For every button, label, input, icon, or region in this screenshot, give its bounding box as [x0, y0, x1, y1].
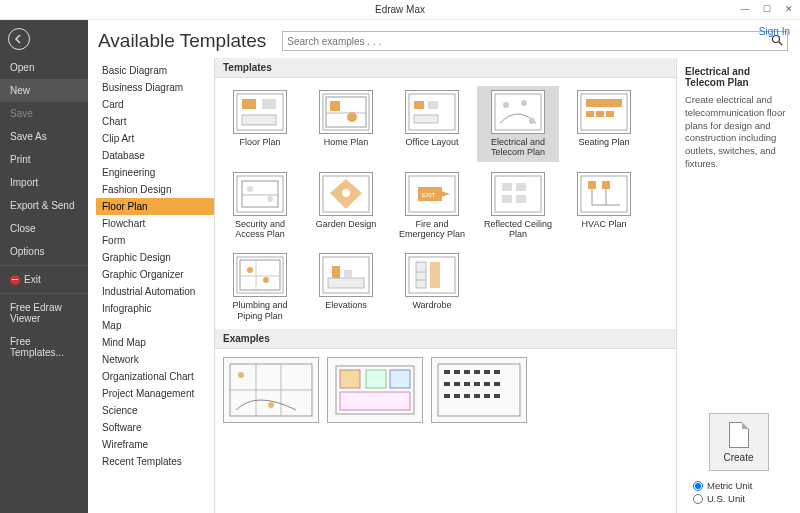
category-network[interactable]: Network [96, 351, 214, 368]
create-button[interactable]: Create [709, 413, 769, 471]
svg-rect-37 [516, 183, 526, 191]
category-form[interactable]: Form [96, 232, 214, 249]
svg-point-48 [247, 267, 253, 273]
window-controls: — ☐ ✕ [738, 2, 796, 16]
sign-in-link[interactable]: Sign In [759, 26, 790, 37]
template-plumbing-and-piping-plan[interactable]: Plumbing and Piping Plan [219, 249, 301, 325]
svg-rect-52 [332, 266, 340, 278]
category-project-management[interactable]: Project Management [96, 385, 214, 402]
nav-item-export-send[interactable]: Export & Send [0, 194, 88, 217]
category-map[interactable]: Map [96, 317, 214, 334]
svg-rect-65 [390, 370, 410, 388]
category-software[interactable]: Software [96, 419, 214, 436]
template-reflected-ceiling-plan[interactable]: Reflected Ceiling Plan [477, 168, 559, 244]
svg-rect-5 [242, 115, 276, 125]
category-chart[interactable]: Chart [96, 113, 214, 130]
example-thumb[interactable] [223, 357, 319, 423]
example-thumb[interactable] [327, 357, 423, 423]
unit-us-radio[interactable] [693, 494, 703, 504]
arrow-left-icon [13, 33, 25, 45]
template-thumb-icon [233, 90, 287, 134]
minimize-button[interactable]: — [738, 2, 752, 16]
back-button[interactable] [8, 28, 30, 50]
search-box[interactable] [282, 31, 788, 51]
nav-item-open[interactable]: Open [0, 56, 88, 79]
category-engineering[interactable]: Engineering [96, 164, 214, 181]
svg-rect-71 [474, 370, 480, 374]
nav-item-save-as[interactable]: Save As [0, 125, 88, 148]
example-thumb[interactable] [431, 357, 527, 423]
category-clip-art[interactable]: Clip Art [96, 130, 214, 147]
svg-rect-72 [484, 370, 490, 374]
template-electrical-and-telecom-plan[interactable]: Electrical and Telecom Plan [477, 86, 559, 162]
svg-rect-42 [602, 181, 610, 189]
svg-rect-21 [586, 111, 594, 117]
template-hvac-plan[interactable]: HVAC Plan [563, 168, 645, 244]
exit-label: Exit [24, 274, 41, 285]
template-thumb-icon [577, 90, 631, 134]
svg-rect-41 [588, 181, 596, 189]
svg-rect-22 [596, 111, 604, 117]
svg-rect-11 [409, 94, 455, 130]
template-security-and-access-plan[interactable]: Security and Access Plan [219, 168, 301, 244]
unit-us[interactable]: U.S. Unit [693, 492, 792, 505]
category-floor-plan[interactable]: Floor Plan [96, 198, 214, 215]
template-label: Elevations [325, 300, 367, 310]
close-button[interactable]: ✕ [782, 2, 796, 16]
template-elevations[interactable]: Elevations [305, 249, 387, 325]
category-graphic-design[interactable]: Graphic Design [96, 249, 214, 266]
category-wireframe[interactable]: Wireframe [96, 436, 214, 453]
nav-item-save[interactable]: Save [0, 102, 88, 125]
titlebar: Edraw Max — ☐ ✕ [0, 0, 800, 20]
search-input[interactable] [287, 36, 771, 47]
unit-metric[interactable]: Metric Unit [693, 479, 792, 492]
page-icon [729, 422, 749, 448]
category-organizational-chart[interactable]: Organizational Chart [96, 368, 214, 385]
template-wardrobe[interactable]: Wardrobe [391, 249, 473, 325]
examples-header: Examples [215, 329, 676, 349]
nav-item-import[interactable]: Import [0, 171, 88, 194]
template-panel: Templates Floor PlanHome PlanOffice Layo… [214, 58, 676, 513]
details-panel: Electrical and Telecom Plan Create elect… [676, 58, 800, 513]
nav-item-new[interactable]: New [0, 79, 88, 102]
template-fire-and-emergency-plan[interactable]: EXITFire and Emergency Plan [391, 168, 473, 244]
template-thumb-icon [405, 90, 459, 134]
category-basic-diagram[interactable]: Basic Diagram [96, 62, 214, 79]
maximize-button[interactable]: ☐ [760, 2, 774, 16]
category-recent-templates[interactable]: Recent Templates [96, 453, 214, 470]
category-business-diagram[interactable]: Business Diagram [96, 79, 214, 96]
template-seating-plan[interactable]: Seating Plan [563, 86, 645, 162]
category-graphic-organizer[interactable]: Graphic Organizer [96, 266, 214, 283]
category-flowchart[interactable]: Flowchart [96, 215, 214, 232]
category-industrial-automation[interactable]: Industrial Automation [96, 283, 214, 300]
exit-button[interactable]: Exit [0, 268, 88, 291]
category-infographic[interactable]: Infographic [96, 300, 214, 317]
category-fashion-design[interactable]: Fashion Design [96, 181, 214, 198]
nav-item-print[interactable]: Print [0, 148, 88, 171]
svg-rect-73 [494, 370, 500, 374]
create-label: Create [723, 452, 753, 463]
template-garden-design[interactable]: Garden Design [305, 168, 387, 244]
nav-item-free-templates-[interactable]: Free Templates... [0, 330, 88, 364]
template-label: Seating Plan [578, 137, 629, 147]
category-science[interactable]: Science [96, 402, 214, 419]
category-database[interactable]: Database [96, 147, 214, 164]
nav-item-free-edraw-viewer[interactable]: Free Edraw Viewer [0, 296, 88, 330]
template-label: Fire and Emergency Plan [393, 219, 471, 240]
template-label: Garden Design [316, 219, 377, 229]
nav-item-options[interactable]: Options [0, 240, 88, 263]
svg-rect-46 [237, 257, 283, 293]
svg-point-60 [238, 372, 244, 378]
template-home-plan[interactable]: Home Plan [305, 86, 387, 162]
template-label: Floor Plan [239, 137, 280, 147]
template-floor-plan[interactable]: Floor Plan [219, 86, 301, 162]
svg-rect-85 [494, 394, 500, 398]
app-title: Edraw Max [375, 4, 425, 15]
svg-rect-76 [464, 382, 470, 386]
unit-metric-radio[interactable] [693, 481, 703, 491]
template-office-layout[interactable]: Office Layout [391, 86, 473, 162]
category-card[interactable]: Card [96, 96, 214, 113]
svg-rect-63 [340, 370, 360, 388]
category-mind-map[interactable]: Mind Map [96, 334, 214, 351]
nav-item-close[interactable]: Close [0, 217, 88, 240]
